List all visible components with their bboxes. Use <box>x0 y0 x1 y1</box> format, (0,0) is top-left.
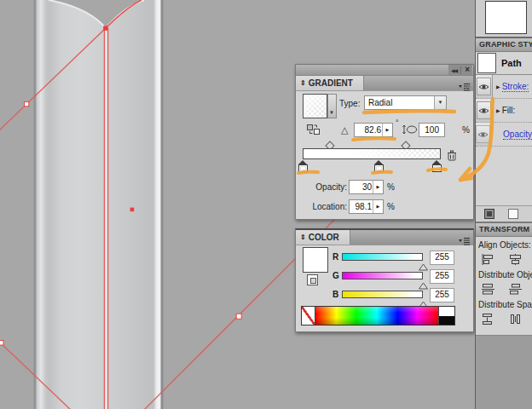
location-value: 98.1 <box>350 202 373 211</box>
appearance-target-row[interactable]: Path <box>476 52 532 75</box>
distribute-objects-label: Distribute Obje <box>478 270 532 279</box>
disclosure-triangle-icon[interactable]: ▶ <box>496 107 500 113</box>
color-tab-row: ⇕ COLOR <box>296 230 473 245</box>
appearance-target-label: Path <box>501 58 522 68</box>
horizontal-distribute-space-icon[interactable] <box>507 312 523 325</box>
distribute-objects-buttons <box>480 282 532 296</box>
location-field[interactable]: 98.1 ▶ <box>349 199 384 214</box>
panel-window-controls: ◀◀ × <box>448 65 472 75</box>
visibility-cell <box>476 123 491 146</box>
stroke-attribute-link[interactable]: Stroke: <box>502 82 529 92</box>
chevron-down-icon[interactable]: ▼ <box>434 96 446 109</box>
align-horizontal-center-icon[interactable] <box>507 252 523 266</box>
stepper-icon[interactable]: ▶ <box>382 124 392 136</box>
channel-slider-track[interactable] <box>342 291 423 298</box>
opacity-label: Opacity: <box>304 182 347 192</box>
channel-label: G <box>332 271 339 280</box>
appearance-row-stroke[interactable]: ▶ Stroke: <box>476 75 532 99</box>
gradient-swatch[interactable] <box>303 94 327 118</box>
channel-row-g: G 255 <box>296 269 473 286</box>
anchor-point-left[interactable] <box>25 102 29 107</box>
angle-value: 82.6 <box>355 125 383 135</box>
appearance-panel: Path ▶ Stroke: ▶ Fill: <box>476 52 532 223</box>
black-swatch[interactable] <box>439 316 454 325</box>
color-spectrum-bar[interactable] <box>301 306 455 325</box>
gradient-slider-bar[interactable] <box>303 148 441 159</box>
eye-icon[interactable] <box>477 101 491 119</box>
gradient-tab-row: ⇕ GRADIENT <box>296 76 473 91</box>
channel-row-b: B 255 <box>296 288 473 305</box>
appearance-footer <box>476 205 532 223</box>
tab-gradient[interactable]: ⇕ GRADIENT <box>296 76 364 90</box>
upper-panel-remainder <box>476 0 532 38</box>
aspect-ratio-field[interactable]: 100 <box>419 123 445 137</box>
appearance-row-fill[interactable]: ▶ Fill: <box>476 99 532 123</box>
anchor-point-right[interactable] <box>236 314 241 319</box>
close-icon[interactable]: × <box>465 66 470 74</box>
selection-paths <box>0 0 343 409</box>
reverse-gradient-icon[interactable] <box>306 124 321 139</box>
footer-button-light[interactable] <box>508 209 518 219</box>
visibility-cell <box>476 99 493 122</box>
gradient-stop-1[interactable] <box>298 160 308 173</box>
white-black-swatches <box>438 307 454 325</box>
color-panel-title: COLOR <box>309 233 339 242</box>
anchor-point-center[interactable] <box>130 208 135 212</box>
gradient-stop-2[interactable] <box>374 160 384 173</box>
gradient-type-select[interactable]: Radial ▼ <box>364 95 447 110</box>
appearance-row-opacity[interactable]: Opacity <box>476 123 532 147</box>
fill-attribute-label[interactable]: Fill: <box>502 106 516 115</box>
color-panel: ⇕ COLOR R 255 G 255 B <box>295 228 474 332</box>
align-objects-label: Align Objects: <box>478 240 532 250</box>
anchor-point-vertex[interactable] <box>103 26 107 30</box>
selection-diagonal-lower-left <box>0 341 72 409</box>
gradient-type-value: Radial <box>368 98 392 107</box>
eye-icon[interactable] <box>477 78 491 95</box>
tab-graphic-styles[interactable]: GRAPHIC STY <box>476 38 532 52</box>
opacity-attribute-link[interactable]: Opacity <box>503 130 532 140</box>
align-horizontal-left-icon[interactable] <box>480 252 495 266</box>
opacity-field[interactable]: 30 ▶ <box>349 180 384 194</box>
disclosure-triangle-icon[interactable]: ▶ <box>496 84 500 89</box>
footer-button-dark[interactable] <box>484 209 494 219</box>
channel-label: B <box>332 290 338 299</box>
vertical-distribute-space-icon[interactable] <box>480 312 495 325</box>
distribute-spacing-buttons <box>480 312 532 325</box>
type-label: Type: <box>339 99 360 108</box>
gradient-panel-titlebar[interactable]: ◀◀ × <box>296 65 473 76</box>
aspect-ratio-icon[interactable] <box>402 124 418 139</box>
stepper-icon[interactable]: ▶ <box>373 200 383 213</box>
channel-row-r: R 255 <box>296 251 473 268</box>
aspect-ratio-value: 100 <box>419 125 441 135</box>
tab-color[interactable]: ⇕ COLOR <box>296 230 350 245</box>
titlebar-divider <box>460 66 461 74</box>
stepper-icon[interactable]: ▶ <box>373 181 383 193</box>
location-percent-label: % <box>387 202 395 211</box>
delete-stop-trash-icon[interactable] <box>447 149 457 164</box>
none-color-swatch[interactable] <box>302 307 315 325</box>
distribute-spacing-label: Distribute Spac <box>478 300 532 309</box>
channel-slider-track[interactable] <box>342 272 423 279</box>
gradient-panel: ◀◀ × ⇕ GRADIENT ▼ Type: Radial ▼ <box>295 64 474 220</box>
channel-value-field[interactable]: 255 <box>430 269 454 284</box>
anchor-point-edge[interactable] <box>0 341 3 346</box>
channel-value-field[interactable]: 255 <box>430 251 454 265</box>
panel-cycle-icon: ⇕ <box>300 79 306 87</box>
eye-icon[interactable] <box>476 125 490 143</box>
tab-transform[interactable]: TRANSFORM <box>476 223 532 237</box>
gradient-swatch-dropdown[interactable]: ▼ <box>327 94 337 118</box>
aspect-percent-label: % <box>462 125 470 135</box>
spectrum-ramp[interactable] <box>315 307 438 325</box>
channel-slider-track[interactable] <box>342 253 423 261</box>
angle-field[interactable]: 82.6 ▶ <box>354 123 393 137</box>
style-preview-swatch[interactable] <box>485 1 527 34</box>
distribute-vertical-top-icon[interactable] <box>480 282 495 296</box>
distribute-vertical-center-icon[interactable] <box>507 282 523 296</box>
opacity-value: 30 <box>350 182 373 192</box>
panel-menu-icon[interactable] <box>459 233 470 249</box>
white-swatch[interactable] <box>439 307 454 316</box>
channel-value-field[interactable]: 255 <box>430 288 454 302</box>
appearance-thumbnail <box>477 53 496 73</box>
collapse-to-icons-icon[interactable]: ◀◀ <box>451 67 457 73</box>
gradient-stop-3[interactable] <box>432 160 442 173</box>
